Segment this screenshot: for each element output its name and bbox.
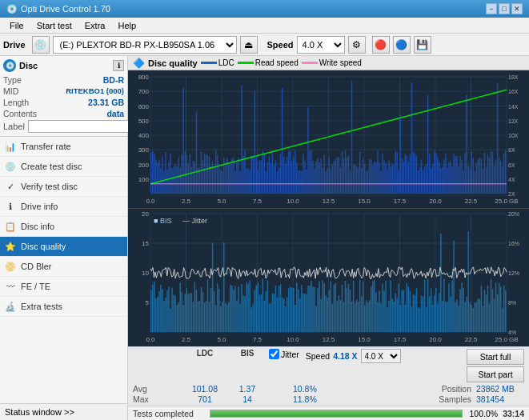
status-text: Tests completed xyxy=(133,409,205,418)
disc-length-row: Length 23.31 GB xyxy=(3,98,124,107)
disc-length-value: 23.31 GB xyxy=(88,98,124,107)
jitter-checkbox[interactable] xyxy=(269,349,279,359)
titlebar-title: Opti Drive Control 1.70 xyxy=(21,4,110,14)
stats-max-bis: 14 xyxy=(229,394,266,404)
nav-label-disc-quality: Disc quality xyxy=(21,242,66,251)
charts xyxy=(128,70,529,346)
titlebar-left: 💿 Opti Drive Control 1.70 xyxy=(6,4,110,14)
sidebar-item-disc-quality[interactable]: ⭐ Disc quality xyxy=(0,237,127,257)
disc-type-label: Type xyxy=(3,75,22,85)
status-window-button[interactable]: Status window >> xyxy=(0,403,127,420)
action-buttons: Start full Start part xyxy=(467,349,524,382)
stats-samples-label: Samples xyxy=(439,394,471,404)
stats-max-jitter: 11.8% xyxy=(293,394,333,404)
stats-samples-value: 381454 xyxy=(476,394,524,404)
start-full-button[interactable]: Start full xyxy=(467,349,524,365)
disc-icon: 💿 xyxy=(3,59,16,72)
menu-help[interactable]: Help xyxy=(111,19,142,32)
drive-label: Drive xyxy=(3,40,26,50)
stats-headers: LDC BIS xyxy=(133,349,266,358)
progress-bar-fill xyxy=(210,410,462,417)
disc-contents-row: Contents data xyxy=(3,109,124,118)
progress-bar-container xyxy=(210,410,463,418)
disc-contents-value: data xyxy=(106,109,124,118)
stats-speed-value: 4.18 X xyxy=(333,351,357,361)
jitter-checkbox-group: Jitter xyxy=(269,349,299,359)
minimize-button[interactable]: − xyxy=(486,3,497,14)
menubar: File Start test Extra Help xyxy=(0,18,529,34)
stats-speed-select[interactable]: 4.0 X 8.0 X xyxy=(361,349,401,363)
close-button[interactable]: ✕ xyxy=(511,3,523,14)
progress-area: Tests completed 100.0% 33:14 xyxy=(128,406,529,420)
drivebar: Drive 💿 (E:) PLEXTOR BD-R PX-LB950SA 1.0… xyxy=(0,34,529,56)
disc-info-button[interactable]: ℹ xyxy=(113,60,124,71)
progress-percentage: 100.0% xyxy=(467,409,498,418)
canvas-top xyxy=(128,70,529,208)
legend-write-speed-label: Write speed xyxy=(319,58,362,67)
disc-header: 💿 Disc ℹ xyxy=(3,59,124,72)
nav-label-verify-test-disc: Verify test disc xyxy=(21,182,78,191)
sidebar-item-cd-bler[interactable]: 📀 CD Bler xyxy=(0,257,127,277)
canvas-bottom xyxy=(128,209,529,346)
stats-ldc-header: LDC xyxy=(182,349,227,358)
drive-refresh-button[interactable]: ⏏ xyxy=(240,36,258,54)
menu-extra[interactable]: Extra xyxy=(78,19,112,32)
legend-ldc: LDC xyxy=(201,58,234,67)
main: 💿 Disc ℹ Type BD-R MID RITEKBO1 (000) Le… xyxy=(0,56,529,420)
sidebar-item-extra-tests[interactable]: 🔬 Extra tests xyxy=(0,297,127,317)
menu-starttest[interactable]: Start test xyxy=(30,19,78,32)
disc-title: Disc xyxy=(19,61,38,70)
stats-avg-ldc: 101.08 xyxy=(182,384,227,394)
start-part-button[interactable]: Start part xyxy=(467,366,524,382)
legend-ldc-color xyxy=(201,62,217,64)
sidebar-item-create-test-disc[interactable]: 💿 Create test disc xyxy=(0,157,127,177)
toolbar-btn1[interactable]: 🔴 xyxy=(372,36,390,54)
disc-length-label: Length xyxy=(3,98,29,107)
drive-eject-icon[interactable]: 💿 xyxy=(32,36,50,54)
sidebar: 💿 Disc ℹ Type BD-R MID RITEKBO1 (000) Le… xyxy=(0,56,128,420)
sidebar-item-verify-test-disc[interactable]: ✓ Verify test disc xyxy=(0,177,127,197)
disc-quality-title: Disc quality xyxy=(148,58,198,68)
drive-select[interactable]: (E:) PLEXTOR BD-R PX-LB950SA 1.06 xyxy=(53,36,237,54)
maximize-button[interactable]: □ xyxy=(499,3,510,14)
toolbar-save-button[interactable]: 💾 xyxy=(414,36,431,54)
speed-select[interactable]: 4.0 X 2.0 X 8.0 X xyxy=(297,36,345,54)
stats-speed-label: Speed xyxy=(306,351,330,361)
stats-max-label: Max xyxy=(133,394,181,404)
legend-read-speed: Read speed xyxy=(238,58,299,67)
disc-mid-row: MID RITEKBO1 (000) xyxy=(3,86,124,96)
speed-label: Speed xyxy=(267,40,294,50)
app-icon: 💿 xyxy=(6,4,18,14)
speed-set-button[interactable]: ⚙ xyxy=(348,36,366,54)
disc-label-input[interactable] xyxy=(28,120,134,133)
nav-label-extra-tests: Extra tests xyxy=(21,302,62,311)
disc-label-row: Label 🔍 xyxy=(3,120,124,133)
drive-info-icon: ℹ xyxy=(5,201,16,212)
jitter-label: Jitter xyxy=(281,350,299,359)
sidebar-item-transfer-rate[interactable]: 📊 Transfer rate xyxy=(0,137,127,157)
chart-bottom xyxy=(128,208,529,346)
sidebar-item-disc-info[interactable]: 📋 Disc info xyxy=(0,217,127,237)
disc-contents-label: Contents xyxy=(3,109,37,118)
disc-mid-value: RITEKBO1 (000) xyxy=(66,86,124,96)
nav-label-fe-te: FE / TE xyxy=(21,282,50,291)
menu-file[interactable]: File xyxy=(3,19,30,32)
content-area: 🔷 Disc quality LDC Read speed Write spee… xyxy=(128,56,529,420)
verify-test-disc-icon: ✓ xyxy=(5,181,16,192)
nav-label-create-test-disc: Create test disc xyxy=(21,162,82,171)
disc-quality-icon: ⭐ xyxy=(5,241,16,252)
stats-max-ldc: 701 xyxy=(182,394,227,404)
sidebar-item-fe-te[interactable]: 〰 FE / TE xyxy=(0,277,127,297)
stats-avg-jitter: 10.8% xyxy=(293,384,333,394)
titlebar: 💿 Opti Drive Control 1.70 − □ ✕ xyxy=(0,0,529,18)
stats-avg-row: Avg 101.08 1.37 10.8% Position 23862 MB xyxy=(133,384,524,394)
cd-bler-icon: 📀 xyxy=(5,261,16,272)
sidebar-item-drive-info[interactable]: ℹ Drive info xyxy=(0,197,127,217)
disc-panel: 💿 Disc ℹ Type BD-R MID RITEKBO1 (000) Le… xyxy=(0,56,127,137)
extra-tests-icon: 🔬 xyxy=(5,301,16,312)
speed-group: Speed 4.18 X 4.0 X 8.0 X xyxy=(306,349,401,363)
toolbar-btn2[interactable]: 🔵 xyxy=(393,36,411,54)
nav-label-cd-bler: CD Bler xyxy=(21,262,52,271)
stats-avg-label: Avg xyxy=(133,384,181,394)
disc-quality-header-icon: 🔷 xyxy=(133,58,145,69)
